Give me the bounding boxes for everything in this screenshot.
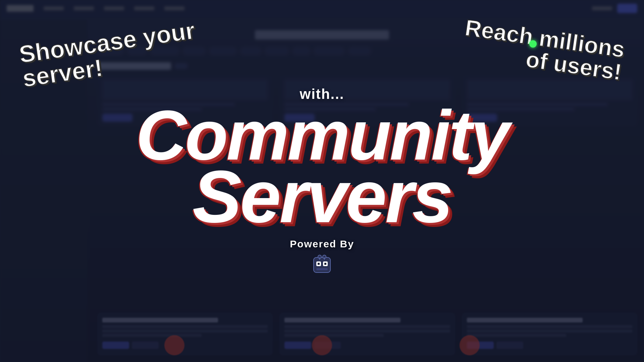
svg-rect-3 <box>318 263 320 265</box>
robot-icon <box>310 252 334 276</box>
powered-by-section: Powered By <box>290 238 354 276</box>
green-dot-accent <box>529 40 537 48</box>
big-title-block: Community Servers <box>136 106 508 228</box>
svg-rect-4 <box>324 263 326 265</box>
svg-rect-5 <box>316 268 328 270</box>
powered-by-label: Powered By <box>290 238 354 250</box>
community-title-line2: Servers <box>193 166 451 228</box>
svg-rect-0 <box>314 257 330 273</box>
